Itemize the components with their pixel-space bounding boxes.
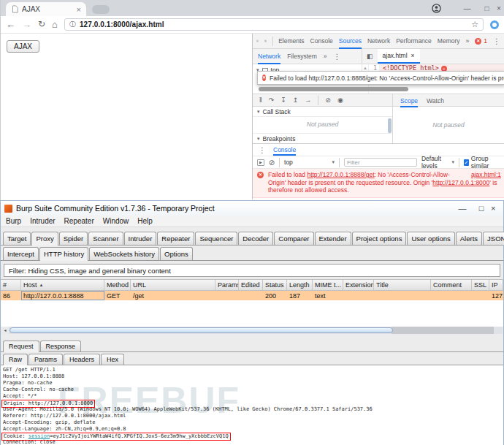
tab-json-beautifier[interactable]: JSON Beautifier	[483, 232, 504, 245]
column-header-title[interactable]: Title	[374, 280, 431, 290]
error-url-link[interactable]: http://127.0.0.1:8888/get	[307, 171, 374, 178]
devtools-tab-elements[interactable]: Elements	[278, 34, 304, 49]
column-header-url[interactable]: URL	[131, 280, 215, 290]
scroll-left-icon[interactable]: ◂	[1, 327, 9, 334]
profile-icon[interactable]	[432, 4, 441, 13]
tab-watch[interactable]: Watch	[427, 94, 444, 107]
info-icon[interactable]: ⓘ	[69, 20, 76, 29]
scrollbar-thumb[interactable]	[9, 327, 393, 333]
tab-intruder[interactable]: Intruder	[124, 232, 157, 245]
menu-burp[interactable]: Burp	[6, 217, 21, 225]
console-sidebar-icon[interactable]: ▶	[257, 159, 264, 166]
browser-tab[interactable]: AJAX ×	[6, 2, 86, 16]
burp-titlebar[interactable]: Burp Suite Community Edition v1.7.36 - T…	[1, 201, 503, 216]
error-origin-link[interactable]: http://127.0.0.1:8000	[432, 179, 489, 186]
history-table-row[interactable]: 86 http://127.0.0.1:8888 GET /get 200 18…	[1, 291, 503, 300]
tab-user-options[interactable]: User options	[407, 232, 454, 245]
tab-intercept[interactable]: Intercept	[3, 247, 39, 260]
devtools-tab-sources[interactable]: Sources	[339, 34, 362, 49]
home-icon[interactable]: ⌂	[52, 20, 58, 29]
tab-websockets-history[interactable]: WebSockets history	[89, 247, 159, 260]
tab-scope[interactable]: Scope	[400, 94, 418, 107]
call-stack-header[interactable]: ▾ Call Stack	[253, 107, 392, 117]
column-header-edited[interactable]: Edited	[239, 280, 263, 290]
breakpoints-header[interactable]: ▾ Breakpoints	[253, 133, 392, 143]
hide-navigator-icon[interactable]: ◧	[362, 53, 378, 60]
minimize-button[interactable]: —	[457, 4, 477, 12]
column-header-comment[interactable]: Comment	[431, 280, 472, 290]
column-header-extension[interactable]: Extension	[343, 280, 374, 290]
column-header-params[interactable]: Params	[215, 280, 239, 290]
vertical-scrollbar[interactable]	[388, 118, 392, 133]
pause-on-exceptions-icon[interactable]: ◉	[337, 96, 343, 104]
tab-decoder[interactable]: Decoder	[238, 232, 273, 245]
address-bar[interactable]: ⓘ 127.0.0.1:8000/ajax.html ☆	[64, 18, 484, 31]
ajax-page-button[interactable]: AJAX	[7, 40, 39, 53]
tab-comparer[interactable]: Comparer	[274, 232, 313, 245]
pause-script-icon[interactable]: ‖	[259, 96, 262, 104]
cell-host[interactable]: http://127.0.0.1:8888	[21, 291, 104, 300]
drawer-menu-icon[interactable]: ⋮	[259, 146, 266, 154]
sidebar-menu-icon[interactable]: ⋮	[334, 53, 341, 61]
forward-icon[interactable]: →	[22, 20, 31, 29]
deactivate-breakpoints-icon[interactable]: ⊘	[325, 96, 331, 104]
bookmark-star-icon[interactable]: ☆	[471, 20, 478, 29]
horizontal-scrollbar[interactable]	[259, 87, 408, 91]
column-header-length[interactable]: Length	[287, 280, 313, 290]
minimize-button[interactable]: —	[453, 204, 472, 213]
column-header-mime-type[interactable]: MIME t...	[313, 280, 343, 290]
devtools-tab-console[interactable]: Console	[310, 34, 333, 49]
tab-repeater[interactable]: Repeater	[157, 232, 194, 245]
reload-icon[interactable]: ↻	[38, 20, 45, 29]
sidebar-tab-filesystem[interactable]: Filesystem	[287, 49, 317, 64]
maximize-button[interactable]: □	[472, 204, 491, 213]
devtools-tab-memory[interactable]: Memory	[438, 34, 460, 49]
column-header-ssl[interactable]: SSL	[472, 280, 489, 290]
back-icon[interactable]: ←	[6, 20, 15, 29]
tab-options[interactable]: Options	[160, 247, 193, 260]
tab-params[interactable]: Params	[28, 354, 63, 365]
editor-tab-close-icon[interactable]: ×	[411, 52, 415, 59]
devtools-tab-performance[interactable]: Performance	[396, 34, 432, 49]
column-header-host[interactable]: Host▲	[21, 280, 104, 290]
editor-tab-ajax-html[interactable]: ajax.html ×	[378, 49, 420, 64]
tab-alerts[interactable]: Alerts	[456, 232, 482, 245]
tab-project-options[interactable]: Project options	[352, 232, 407, 245]
devtools-tab-network[interactable]: Network	[367, 34, 390, 49]
tab-hex[interactable]: Hex	[101, 354, 124, 365]
devtools-menu-icon[interactable]: ⋮	[493, 37, 500, 45]
error-source-link[interactable]: ajax.html:1	[471, 171, 501, 179]
menu-intruder[interactable]: Intruder	[30, 217, 55, 225]
tab-sequencer[interactable]: Sequencer	[195, 232, 237, 245]
tab-response[interactable]: Response	[40, 341, 82, 351]
error-count-badge[interactable]: ✕ 1	[475, 37, 487, 45]
table-horizontal-scrollbar[interactable]: ◂	[1, 327, 503, 334]
log-levels-selector[interactable]: Default levels ▾	[421, 155, 454, 170]
tab-headers[interactable]: Headers	[64, 354, 100, 365]
context-selector[interactable]: top ▾	[284, 159, 335, 166]
column-header-number[interactable]: #	[1, 280, 21, 290]
menu-repeater[interactable]: Repeater	[64, 217, 94, 225]
clear-console-icon[interactable]: ⊘	[269, 159, 275, 167]
inspect-element-icon[interactable]	[256, 37, 259, 45]
column-header-method[interactable]: Method	[104, 280, 131, 290]
tab-target[interactable]: Target	[3, 232, 31, 245]
step-out-icon[interactable]: ↥	[293, 96, 299, 104]
column-header-status[interactable]: Status	[263, 280, 287, 290]
step-into-icon[interactable]: ↧	[280, 96, 286, 104]
sidebar-tab-network[interactable]: Network	[258, 49, 280, 64]
close-button[interactable]: ×	[491, 204, 500, 213]
tab-raw[interactable]: Raw	[3, 354, 28, 365]
more-sidebar-tabs-icon[interactable]: »	[324, 53, 327, 60]
cookie-session-key[interactable]: session	[28, 433, 50, 439]
menu-window[interactable]: Window	[103, 217, 129, 225]
url-text[interactable]: 127.0.0.1:8000/ajax.html	[80, 20, 467, 28]
tab-scanner[interactable]: Scanner	[88, 232, 123, 245]
console-filter-input[interactable]	[344, 158, 417, 167]
history-filter-bar[interactable]: Filter: Hiding CSS, image and general bi…	[4, 264, 500, 277]
tab-http-history[interactable]: HTTP history	[39, 247, 88, 261]
device-toolbar-icon[interactable]	[264, 37, 267, 45]
tab-close-icon[interactable]: ×	[77, 6, 81, 13]
tab-extender[interactable]: Extender	[315, 232, 351, 245]
console-tab[interactable]: Console	[273, 144, 296, 156]
